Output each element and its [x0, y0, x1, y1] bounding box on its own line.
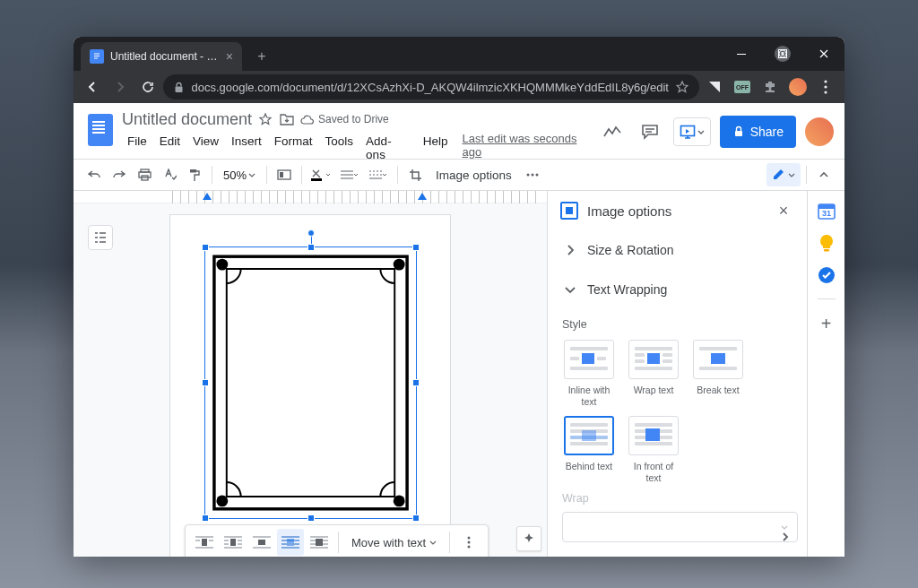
- explore-button[interactable]: [516, 526, 541, 551]
- image-options-toolbar-button[interactable]: Image options: [429, 163, 519, 186]
- docs-logo[interactable]: [84, 108, 117, 151]
- collapse-toolbar-button[interactable]: [812, 163, 836, 186]
- account-avatar[interactable]: [805, 117, 834, 146]
- float-more-button[interactable]: [455, 529, 482, 556]
- close-tab-icon[interactable]: ×: [226, 49, 233, 64]
- rotation-handle[interactable]: [307, 229, 315, 237]
- section-text-wrapping[interactable]: Text Wrapping: [557, 270, 803, 309]
- redo-button[interactable]: [108, 163, 131, 186]
- wrap-option-inline[interactable]: Inline with text: [562, 340, 616, 407]
- resize-handle-ml[interactable]: [202, 379, 209, 386]
- reload-button[interactable]: [136, 74, 160, 99]
- add-addon-button[interactable]: +: [821, 314, 832, 334]
- section-size-rotation[interactable]: Size & Rotation: [557, 230, 803, 270]
- activity-icon[interactable]: [598, 117, 627, 146]
- border-weight-button[interactable]: [336, 163, 363, 186]
- extensions-button[interactable]: [758, 74, 783, 99]
- resize-handle-tm[interactable]: [307, 244, 315, 251]
- border-dash-button[interactable]: [365, 163, 392, 186]
- svg-rect-51: [310, 536, 328, 538]
- pencil-icon: [772, 169, 784, 181]
- side-addons-bar: 31 +: [807, 191, 844, 557]
- maximize-button[interactable]: [762, 37, 803, 71]
- profile-avatar[interactable]: [785, 74, 810, 99]
- svg-rect-50: [281, 547, 299, 549]
- selected-image[interactable]: [204, 246, 417, 519]
- editing-mode-button[interactable]: [766, 163, 801, 186]
- wrap-wraptext-button[interactable]: [220, 529, 247, 556]
- wrap-break-button[interactable]: [248, 529, 275, 556]
- wrap-option-breaktext[interactable]: Break text: [691, 340, 745, 407]
- wrap-inline-button[interactable]: [191, 529, 218, 556]
- url-text: docs.google.com/document/d/12XCsAzhXi-D_…: [191, 81, 669, 94]
- chevron-down-icon: [562, 281, 578, 298]
- url-field[interactable]: docs.google.com/document/d/12XCsAzhXi-D_…: [163, 74, 699, 99]
- svg-point-57: [468, 541, 471, 544]
- bookmark-star-icon[interactable]: [676, 81, 688, 93]
- svg-rect-21: [280, 172, 283, 177]
- image-adjust-button[interactable]: [273, 163, 296, 186]
- outline-toggle-button[interactable]: [88, 225, 113, 250]
- svg-point-25: [535, 174, 538, 177]
- more-toolbar-button[interactable]: [521, 163, 544, 186]
- wrap-dropdown[interactable]: [562, 512, 798, 542]
- wrap-behind-button[interactable]: [277, 529, 304, 556]
- print-button[interactable]: [133, 163, 156, 186]
- back-button[interactable]: [81, 74, 105, 99]
- comments-icon[interactable]: [636, 117, 664, 146]
- close-window-button[interactable]: [803, 37, 844, 71]
- svg-point-13: [824, 91, 827, 93]
- ruler-right-indent[interactable]: [418, 193, 427, 200]
- calendar-addon-icon[interactable]: 31: [818, 202, 836, 220]
- chrome-menu-button[interactable]: [813, 74, 837, 99]
- zoom-dropdown[interactable]: 50%: [218, 169, 261, 182]
- wrap-option-behind[interactable]: Behind text: [562, 416, 616, 483]
- page[interactable]: [169, 214, 451, 557]
- spellcheck-button[interactable]: [158, 163, 181, 186]
- svg-point-56: [468, 537, 471, 540]
- move-icon[interactable]: [279, 111, 295, 127]
- star-icon[interactable]: [257, 111, 273, 127]
- forward-button[interactable]: [108, 74, 133, 99]
- svg-point-11: [824, 80, 827, 82]
- wrap-front-button[interactable]: [306, 529, 333, 556]
- panel-collapse-button[interactable]: [773, 524, 798, 549]
- svg-rect-19: [190, 169, 196, 173]
- wrap-option-front[interactable]: In front of text: [627, 416, 680, 483]
- share-button[interactable]: Share: [720, 116, 796, 148]
- minimize-button[interactable]: [721, 37, 762, 71]
- present-button[interactable]: [673, 117, 711, 146]
- lock-icon: [732, 125, 745, 138]
- resize-handle-mr[interactable]: [412, 379, 420, 386]
- saved-status[interactable]: Saved to Drive: [300, 113, 389, 125]
- resize-handle-bm[interactable]: [307, 514, 315, 522]
- document-title[interactable]: Untitled document: [122, 110, 252, 129]
- title-area: Untitled document Saved to Drive File Ed…: [117, 108, 598, 164]
- wrap-option-wraptext[interactable]: Wrap text: [627, 340, 680, 407]
- resize-handle-bl[interactable]: [202, 514, 209, 522]
- text-wrapping-content: Style Inline with text Wrap text: [557, 309, 803, 557]
- new-tab-button[interactable]: +: [249, 44, 274, 69]
- position-dropdown[interactable]: Move with text: [344, 536, 444, 549]
- panel-close-button[interactable]: ×: [773, 200, 794, 221]
- browser-tab[interactable]: Untitled document - Google Docs ×: [81, 42, 242, 71]
- ruler-left-indent[interactable]: [203, 193, 212, 200]
- extension-icon-2[interactable]: OFF: [731, 74, 755, 99]
- extension-icon-1[interactable]: [703, 74, 727, 99]
- panel-title: Image options: [587, 203, 764, 219]
- svg-rect-32: [195, 540, 200, 541]
- crop-button[interactable]: [403, 163, 427, 186]
- resize-handle-tr[interactable]: [412, 244, 420, 251]
- undo-button[interactable]: [82, 163, 106, 186]
- svg-point-23: [526, 174, 529, 177]
- canvas[interactable]: Move with text: [74, 203, 547, 557]
- ruler[interactable]: [74, 191, 547, 203]
- svg-rect-33: [202, 539, 207, 546]
- border-color-button[interactable]: [307, 163, 334, 186]
- svg-text:OFF: OFF: [736, 84, 749, 91]
- tasks-addon-icon[interactable]: [818, 266, 836, 284]
- resize-handle-tl[interactable]: [202, 244, 209, 251]
- keep-addon-icon[interactable]: [818, 234, 836, 252]
- resize-handle-br[interactable]: [412, 514, 420, 522]
- paint-format-button[interactable]: [183, 163, 206, 186]
